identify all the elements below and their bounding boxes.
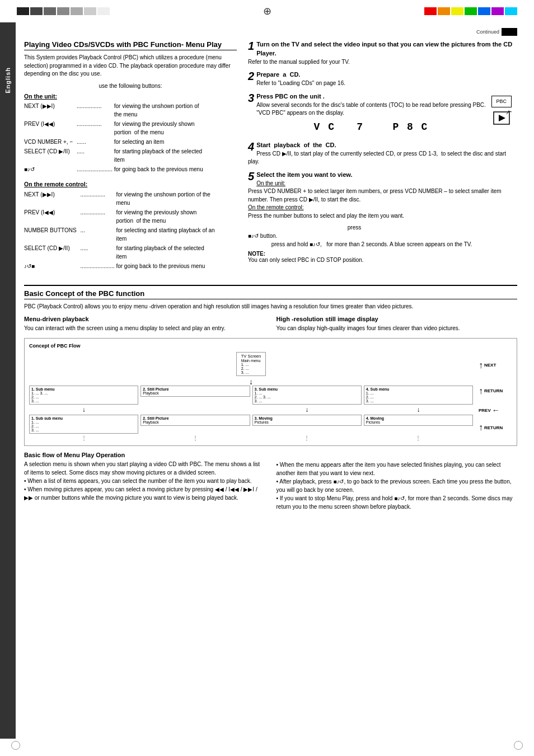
rbtn-return-dots: ...................... [79, 262, 116, 271]
flow-r1-b4-items: 1. ...2. ...3. ... [366, 391, 471, 403]
rbtn-select-name: SELECT (CD ▶/II) [24, 244, 79, 262]
step-1-title: Turn on the TV and select the video inpu… [256, 41, 512, 57]
hold-desc: press and hold ■♪↺, for more than 2 seco… [248, 241, 517, 247]
arr3: ↓ [252, 406, 362, 414]
flow-col-right: When the menu appears after the item you… [277, 461, 518, 511]
remote-buttons-block: On the remote control: NEXT (▶▶I) ......… [24, 180, 237, 271]
step-1-content: Turn on the TV and select the video inpu… [248, 40, 517, 66]
step-4-content: Start playback of the CD. Press CD ▶/II,… [248, 141, 517, 166]
flow-tv-screen: TV Screen [241, 354, 261, 359]
list-item: When the menu appears after the item you… [277, 461, 518, 477]
step-4-title: Start playback of the CD. [256, 142, 336, 148]
step-3-desc1: Allow several seconds for the disc's tab… [256, 102, 486, 108]
flow-row2: 1. Sub sub menu 1. ...2. ...3. ... 2. St… [29, 415, 473, 434]
dot1: ⋮ [29, 435, 138, 441]
btn-vcd-dots: ...... [75, 138, 114, 147]
rbtn-return-desc: for going back to the previous menu [116, 262, 214, 271]
note-box: NOTE: You can only select PBC in CD STOP… [248, 251, 517, 263]
step-5-number: 5 [248, 171, 254, 182]
use-buttons-label: use the following buttons: [24, 83, 237, 89]
flow-r1-b3-items: 1. ...2. ... 3. ...3. ... [255, 391, 359, 403]
btn-next-name: NEXT (▶▶I) [24, 102, 75, 120]
return-nav-label2: RETURN [484, 425, 503, 430]
hires-heading: High -resolution still image display [277, 316, 518, 322]
btn-select-desc: for starting playback of the selectedite… [114, 147, 203, 165]
flow-r2-b4: 4. Moving Pictures [364, 415, 473, 426]
reg-circle-right [514, 741, 523, 750]
flow-content: TV Screen Main menu 1. ...2. ...3. ... ↓… [29, 352, 512, 441]
step-4-desc: Press CD ▶/II, to start play of the curr… [248, 151, 506, 165]
registration-mark-top: ⊕ [263, 5, 271, 17]
section2-intro: PBC (Playback Control) allows you to enj… [24, 303, 517, 311]
step-5-content: Select the item you want to view. On the… [248, 171, 517, 220]
reg-circle-left [11, 741, 20, 750]
flow-main: TV Screen Main menu 1. ...2. ...3. ... ↓… [29, 352, 473, 441]
return-label-row1: ↑ RETURN [479, 386, 512, 396]
flow-r2-b4-title: 4. Moving [366, 416, 471, 420]
section2-two-col: Menu-driven playback You can interact wi… [24, 316, 517, 333]
btn-select-name: SELECT (CD ▶/II) [24, 147, 75, 165]
remote-buttons-table: NEXT (▶▶I) ................ for viewing … [24, 190, 215, 271]
list-item: If you want to stop Menu Play, press and… [277, 494, 518, 511]
section1-title: Playing Video CDs/SVCDs with PBC Functio… [24, 40, 237, 50]
table-row: SELECT (CD ▶/II) ..... for starting play… [24, 147, 203, 165]
arrow-right-next: ↑ [479, 360, 483, 370]
btn-return-name: ■♪↺ [24, 165, 75, 175]
rbtn-next-dots: ................ [79, 190, 116, 208]
table-row: NUMBER BUTTONS ... for selecting and sta… [24, 226, 215, 244]
table-row: SELECT (CD ▶/II) ..... for starting play… [24, 244, 215, 262]
continued-label: Continued [476, 29, 499, 35]
press-note: press [248, 224, 517, 231]
section-divider [24, 285, 517, 286]
return-arrow2: ↑ [479, 422, 483, 433]
step-3-number: 3 [248, 92, 254, 104]
step-4-number: 4 [248, 141, 254, 152]
side-tab: English [0, 22, 16, 739]
step-5-unit-desc: Press VCD NUMBER + to select larger item… [248, 188, 502, 203]
pbc-flow-title: Concept of PBC Flow [29, 343, 512, 349]
rbtn-num-dots: ... [79, 226, 116, 244]
flow-top-center: TV Screen Main menu 1. ...2. ...3. ... [29, 352, 473, 376]
dot2: ⋮ [140, 435, 250, 441]
step-5-remote-label: On the remote control: [248, 204, 304, 210]
rbtn-num-name: NUMBER BUTTONS [24, 226, 79, 244]
rbtn-next-desc: for viewing the unshown portion of theme… [116, 190, 214, 208]
step-3-desc2: "VCD PBC" appears on the display. [256, 110, 344, 116]
flow-r2-b1-items: 1. ...2. ...3. ... [31, 420, 136, 432]
list-item: When a list of items appears, you can se… [24, 477, 265, 485]
rbtn-select-desc: for starting playback of the selectedite… [116, 244, 214, 262]
menu-driven-heading: Menu-driven playback [24, 316, 265, 322]
table-row: ■♪↺ ....................... for going ba… [24, 165, 203, 175]
step-3-row: Press PBC on the unit . Allow several se… [256, 92, 517, 137]
continued-block [502, 28, 517, 36]
svg-marker-1 [499, 115, 505, 121]
btn-next-desc: for viewing the unshown portion ofthe me… [114, 102, 203, 120]
table-row: NEXT (▶▶I) ................ for viewing … [24, 190, 215, 208]
rbtn-num-desc: for selecting and starting playback of a… [116, 226, 214, 244]
step-5-title: Select the item you want to view. [256, 171, 352, 178]
table-row: VCD NUMBER +, − ...... for selecting an … [24, 138, 203, 147]
flow-r2-b1: 1. Sub sub menu 1. ...2. ...3. ... [29, 415, 138, 434]
table-row: PREV (I◀◀) ................ for viewing … [24, 120, 203, 138]
prev-label-row: PREV ← [479, 406, 512, 415]
dots-row2: ⋮ ⋮ ⋮ ⋮ [29, 435, 473, 441]
step-3-title: Press PBC on the unit . [256, 93, 325, 100]
flow-r2-b3-title: 3. Moving [255, 416, 359, 420]
step-3-text: Press PBC on the unit . Allow several se… [256, 92, 486, 137]
flow-r2-b2-title: 2. Still Picture [143, 416, 247, 420]
table-row: ♪↺■ ...................... for going bac… [24, 262, 215, 271]
btn-prev-desc: for viewing the previously shownportion … [114, 120, 203, 138]
bottom-marks [0, 739, 534, 752]
step-2: 2 Prepare a CD. Refer to "Loading CDs" o… [248, 71, 517, 87]
step-2-sub: Refer to "Loading CDs" on page 16. [256, 80, 345, 86]
left-column: Playing Video CDs/SVCDs with PBC Functio… [24, 40, 237, 277]
menu-driven-text: You can interact with the screen using a… [24, 325, 265, 333]
rbtn-prev-desc: for viewing the previously shownportion … [116, 208, 214, 226]
flow-r1-b1: 1. Sub menu 1. ... 3. ...2. ...3. ... [29, 386, 138, 405]
dot3: ⋮ [252, 435, 362, 441]
main-content: English Continued Playing Video CDs/SVCD… [0, 22, 534, 739]
flow-r1-b2-title: 2. Still Picture [143, 387, 247, 391]
arrow-left-prev: ← [492, 406, 500, 415]
return-label-row2: ↑ RETURN [479, 422, 512, 433]
color-bar-right [424, 7, 517, 15]
